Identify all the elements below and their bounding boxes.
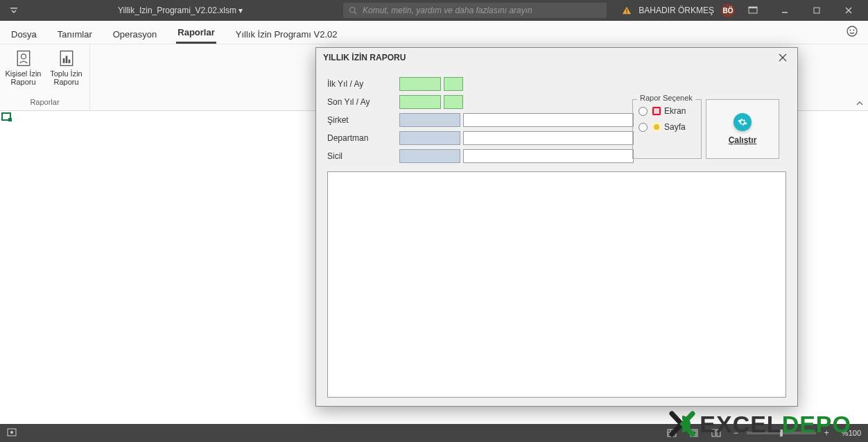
zoom-level-label[interactable]: %100 — [842, 429, 861, 437]
svg-rect-18 — [65, 56, 67, 64]
svg-rect-3 — [627, 9, 627, 12]
qat-customize-button[interactable] — [0, 0, 28, 21]
option-sayfa[interactable]: Sayfa — [639, 122, 695, 132]
option-ekran[interactable]: Ekran — [639, 106, 695, 116]
label-departman: Departman — [327, 133, 399, 143]
dialog-close-button[interactable] — [775, 50, 790, 65]
option-ekran-label: Ekran — [664, 106, 686, 116]
svg-rect-30 — [692, 431, 696, 435]
son-ay-input[interactable] — [444, 95, 463, 109]
svg-point-13 — [853, 30, 855, 31]
label-son-yil-ay: Son Yıl / Ay — [327, 97, 399, 107]
ribbon-tabs: Dosya Tanımlar Operasyon Raporlar Yıllık… — [0, 21, 868, 44]
sayfa-icon — [652, 122, 661, 132]
window-close-button[interactable] — [835, 0, 862, 21]
label-sicil: Sicil — [327, 151, 399, 161]
search-placeholder: Komut, metin, yardım ve daha fazlasını a… — [363, 6, 532, 15]
title-bar: Yillik_Izin_Programi_V2.02.xlsm ▾ Komut,… — [0, 0, 868, 21]
account-avatar[interactable]: BÖ — [721, 3, 735, 17]
window-minimize-button[interactable] — [771, 0, 799, 21]
svg-rect-24 — [668, 430, 676, 436]
gear-run-icon — [734, 113, 752, 131]
report-output-area[interactable] — [327, 171, 786, 398]
svg-rect-14 — [17, 51, 30, 66]
calistir-button[interactable]: Çalıştır — [706, 99, 779, 159]
departman-name-input[interactable] — [463, 131, 634, 145]
ribbon-item-label: Toplu İzinRaporu — [50, 69, 82, 86]
svg-point-1 — [350, 8, 356, 13]
ekran-icon — [652, 106, 661, 116]
tab-yillik-izin-programi[interactable]: Yıllık İzin Programı V2.02 — [234, 29, 339, 44]
tell-me-search[interactable]: Komut, metin, yardım ve daha fazlasını a… — [343, 3, 607, 18]
ribbon-item-label: Kişisel İzinRaporu — [6, 69, 42, 86]
dialog-title-text: YILLIK İZİN RAPORU — [323, 53, 406, 62]
view-page-break-button[interactable] — [707, 426, 725, 440]
departman-code-input[interactable] — [399, 131, 460, 145]
svg-line-2 — [354, 12, 356, 14]
zoom-in-button[interactable]: + — [820, 428, 833, 438]
svg-rect-17 — [62, 58, 64, 63]
svg-point-11 — [847, 26, 857, 36]
tab-tanimlar[interactable]: Tanımlar — [56, 29, 94, 44]
svg-rect-0 — [10, 8, 17, 9]
ribbon-display-options-button[interactable] — [739, 0, 767, 21]
radio-sayfa[interactable] — [639, 123, 648, 132]
status-bar: − + %100 — [0, 424, 868, 442]
sicil-name-input[interactable] — [463, 149, 634, 163]
view-page-layout-button[interactable] — [685, 426, 703, 440]
svg-rect-32 — [717, 430, 720, 436]
ilk-ay-input[interactable] — [444, 77, 463, 91]
tab-raporlar[interactable]: Raporlar — [176, 27, 216, 44]
sirket-name-input[interactable] — [463, 113, 634, 127]
calistir-label: Çalıştır — [729, 135, 757, 145]
rapor-secenek-legend: Rapor Seçenek — [637, 94, 695, 102]
svg-point-23 — [10, 431, 13, 434]
svg-point-15 — [21, 54, 26, 59]
toplu-izin-raporu-button[interactable]: Toplu İzinRaporu — [46, 49, 87, 86]
dialog-titlebar[interactable]: YILLIK İZİN RAPORU — [316, 48, 797, 67]
window-maximize-button[interactable] — [803, 0, 831, 21]
zoom-out-button[interactable]: − — [729, 428, 743, 438]
kisisel-izin-raporu-button[interactable]: Kişisel İzinRaporu — [3, 49, 44, 86]
macro-record-icon[interactable] — [7, 427, 17, 437]
son-yil-input[interactable] — [399, 95, 441, 109]
warning-icon[interactable] — [622, 6, 632, 15]
label-sirket: Şirket — [327, 115, 399, 125]
sicil-code-input[interactable] — [399, 149, 460, 163]
zoom-slider[interactable] — [747, 432, 816, 434]
svg-rect-4 — [627, 12, 627, 13]
person-report-icon — [14, 49, 33, 68]
chart-report-icon — [57, 49, 76, 68]
svg-rect-19 — [68, 60, 70, 63]
active-cell-cursor — [1, 112, 11, 121]
yillik-izin-raporu-dialog: YILLIK İZİN RAPORU İlk Yıl / Ay Son Yıl … — [315, 47, 798, 407]
rapor-secenek-group: Rapor Seçenek Ekran Sayfa — [632, 99, 702, 159]
label-ilk-yil-ay: İlk Yıl / Ay — [327, 79, 399, 89]
tab-dosya[interactable]: Dosya — [10, 29, 38, 44]
sirket-code-input[interactable] — [399, 113, 460, 127]
option-sayfa-label: Sayfa — [664, 122, 686, 132]
radio-ekran[interactable] — [639, 107, 648, 116]
status-left — [7, 427, 17, 439]
ribbon-group-raporlar: Kişisel İzinRaporu Toplu İzinRaporu Rapo… — [0, 44, 90, 110]
tab-operasyon[interactable]: Operasyon — [112, 29, 159, 44]
close-icon — [779, 53, 787, 62]
ribbon-group-label: Raporlar — [0, 98, 89, 110]
ilk-yil-input[interactable] — [399, 77, 441, 91]
svg-rect-31 — [712, 430, 715, 436]
feedback-smiley-button[interactable] — [846, 25, 858, 40]
svg-rect-8 — [814, 8, 819, 13]
search-icon — [349, 6, 357, 15]
account-name[interactable]: BAHADIR ÖRKMEŞ — [639, 6, 714, 15]
svg-point-12 — [850, 30, 851, 31]
view-normal-button[interactable] — [663, 426, 681, 440]
ribbon-collapse-button[interactable] — [856, 100, 864, 108]
svg-rect-6 — [749, 7, 757, 8]
